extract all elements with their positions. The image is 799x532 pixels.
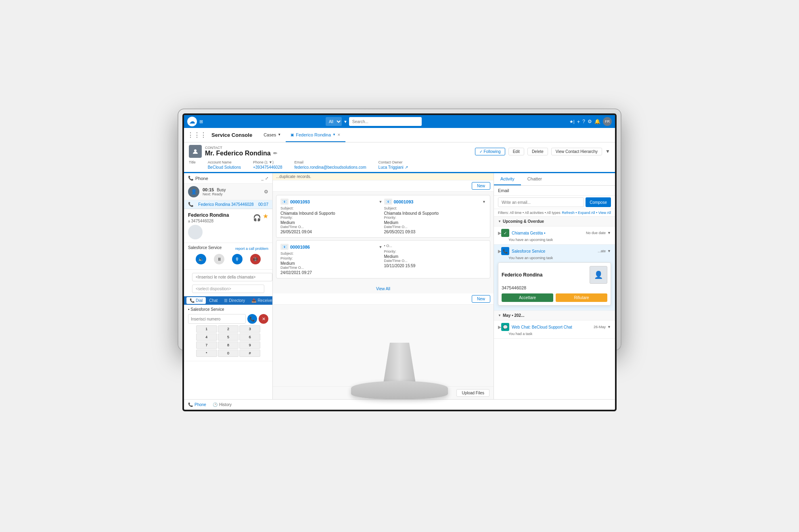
settings-icon[interactable]: ⚙	[588, 119, 592, 124]
contact-edit-icon[interactable]: ✏	[273, 151, 277, 156]
accept-button[interactable]: Accettare	[502, 293, 553, 302]
keypad-hash[interactable]: #	[239, 350, 260, 357]
new-button-1[interactable]: New	[472, 182, 490, 190]
tab-dropdown-icon[interactable]: ▼	[333, 133, 336, 136]
keypad-7[interactable]: 7	[196, 341, 217, 349]
call-timer: 00:15 Busy	[203, 187, 226, 192]
omni-tab-dial[interactable]: 📞 Dial	[186, 297, 206, 304]
keypad-4[interactable]: 4	[196, 333, 217, 341]
following-button[interactable]: ✓ Following	[475, 148, 505, 155]
keypad-3[interactable]: 3	[239, 325, 260, 333]
list-item: ▶ 📞 Salesforce Service ...ate ▼	[494, 245, 615, 311]
email-link[interactable]: federico.rondina@becloudsolutions.com	[295, 165, 366, 170]
search-scope-select[interactable]: All	[326, 117, 342, 126]
keypad-6[interactable]: 6	[239, 333, 260, 341]
header-actions: ✓ Following Edit Delete View Contact Hie…	[475, 148, 610, 155]
case-right-1: 📧 00001093 ▼ Subject: Chiamata Inbound d…	[384, 199, 486, 234]
upload-files-button[interactable]: Upload Files	[456, 389, 489, 397]
tab-activity[interactable]: Activity	[494, 173, 521, 185]
keypad-0[interactable]: 0	[218, 350, 239, 357]
end-call-button[interactable]: 📵	[250, 254, 261, 264]
keypad-1[interactable]: 1	[196, 325, 217, 333]
omni-tab-directory[interactable]: ☰ Directory	[221, 297, 248, 304]
mute-button[interactable]: 🔈	[196, 254, 206, 264]
favorites-icon[interactable]: ★|	[569, 119, 575, 124]
call-notes-input[interactable]	[192, 273, 272, 281]
help-icon[interactable]: ?	[582, 119, 585, 124]
settings-gear-icon[interactable]: ⚙	[264, 189, 268, 195]
case-id-link-1[interactable]: 00001093	[290, 199, 310, 204]
caller-avatar	[188, 225, 203, 239]
report-link[interactable]: report a call problem	[235, 247, 268, 251]
call-button[interactable]: 📞	[247, 314, 257, 324]
waffle-icon[interactable]: ⊞	[199, 119, 203, 124]
search-input[interactable]	[349, 117, 422, 126]
item-expand-1[interactable]: ▶	[498, 230, 501, 236]
tab-contact[interactable]: ▣ Federico Rondina ▼ ✕	[286, 128, 345, 142]
omni-tab-chat[interactable]: Chat	[206, 297, 221, 304]
app-grid-icon[interactable]: ⋮⋮⋮	[187, 131, 207, 139]
nav-tabs: Cases ▼ ▣ Federico Rondina ▼ ✕	[259, 128, 345, 142]
end-button[interactable]: ✕	[259, 314, 268, 324]
mic-button[interactable]: 🎙	[232, 254, 243, 264]
cases-dropdown-icon[interactable]: ▼	[278, 133, 281, 136]
activity-title-2[interactable]: Salesforce Service	[512, 249, 545, 253]
activity-more-1[interactable]: ▼	[607, 231, 611, 235]
tab-close-icon[interactable]: ✕	[337, 133, 341, 137]
case-dropdown-1[interactable]: ▼	[379, 200, 383, 204]
disposition-select[interactable]: <select disposition>	[192, 285, 264, 293]
tab-cases[interactable]: Cases ▼	[259, 128, 286, 142]
bottom-tab-phone[interactable]: 📞 Phone	[188, 402, 206, 407]
bottom-tab-history[interactable]: 🕐 History	[213, 402, 232, 407]
tab-chatter[interactable]: Chatter	[521, 173, 548, 185]
owner-link[interactable]: Luca Triggiani ↗	[379, 165, 408, 170]
case-id-link-2[interactable]: 00001086	[290, 245, 310, 249]
call-popup: Federico Rondina 👤 3475446028 Accettare …	[498, 262, 611, 306]
new-button-2[interactable]: New	[472, 295, 490, 303]
contact-name: Mr. Federico Rondina ✏	[205, 150, 277, 157]
view-all-link[interactable]: View All	[273, 284, 494, 293]
user-avatar[interactable]: FR	[603, 117, 612, 126]
keypad-8[interactable]: 8	[218, 341, 239, 349]
phone-panel: 📞 Phone _ ⤢ 👤	[184, 173, 273, 399]
add-icon[interactable]: +	[577, 119, 580, 125]
active-call-row[interactable]: 📞 Federico Rondina 3475446028 00:07	[184, 200, 272, 209]
omni-tab-receive[interactable]: 📥 Receive	[248, 297, 275, 304]
activity-title-1[interactable]: Chiamata Gestita •	[512, 231, 546, 235]
keypad-9[interactable]: 9	[239, 341, 260, 349]
keypad-star[interactable]: *	[196, 350, 217, 357]
activity-more-2[interactable]: ▼	[607, 249, 611, 253]
compose-input[interactable]	[498, 197, 584, 207]
case-id-link-1r[interactable]: 00001093	[394, 199, 414, 204]
account-name-link[interactable]: BeCloud Solutions	[208, 165, 241, 170]
upcoming-section-header[interactable]: ▼ Upcoming & Overdue	[494, 217, 615, 226]
expand-icon[interactable]: ⤢	[265, 176, 268, 180]
header-more-icon[interactable]: ▼	[605, 149, 610, 154]
keypad-2[interactable]: 2	[218, 325, 239, 333]
cases-table: 📧 00001093 ▼ Subject: Chiamata Inbound d…	[273, 192, 494, 284]
filter-actions[interactable]: Refresh • Expand All • View All	[562, 211, 611, 215]
edit-button[interactable]: Edit	[508, 148, 524, 155]
phone-link[interactable]: +393475446028	[253, 165, 282, 170]
activity-more-3[interactable]: ▼	[607, 325, 611, 329]
may-section-header[interactable]: ▼ May • 202...	[494, 311, 615, 320]
upcoming-section-label: Upcoming & Overdue	[503, 219, 544, 224]
activity-title-3[interactable]: Web Chat: BeCloud Support Chat	[512, 325, 572, 329]
hierarchy-button[interactable]: View Contact Hierarchy	[551, 148, 602, 155]
case-dropdown-2[interactable]: ▼	[379, 245, 383, 249]
delete-button[interactable]: Delete	[527, 148, 548, 155]
number-input[interactable]	[188, 314, 246, 324]
compose-button[interactable]: Compose	[586, 197, 611, 207]
reject-button[interactable]: Rifiutare	[556, 293, 607, 302]
item-expand-3[interactable]: ▶	[498, 325, 501, 330]
bell-icon[interactable]: 🔔	[594, 119, 600, 124]
keypad-5[interactable]: 5	[218, 333, 239, 341]
directory-icon: ☰	[224, 298, 228, 303]
item-expand-2[interactable]: ▶	[498, 249, 501, 254]
headset-icon[interactable]: 🎧	[253, 214, 261, 222]
hold-button[interactable]: ⏸	[214, 254, 224, 264]
case-dropdown-1r[interactable]: ▼	[482, 200, 486, 204]
minimize-icon[interactable]: _	[261, 176, 264, 180]
salesforce-service-title: • Salesforce Service	[188, 307, 268, 312]
favorite-star-icon[interactable]: ★	[263, 212, 268, 220]
